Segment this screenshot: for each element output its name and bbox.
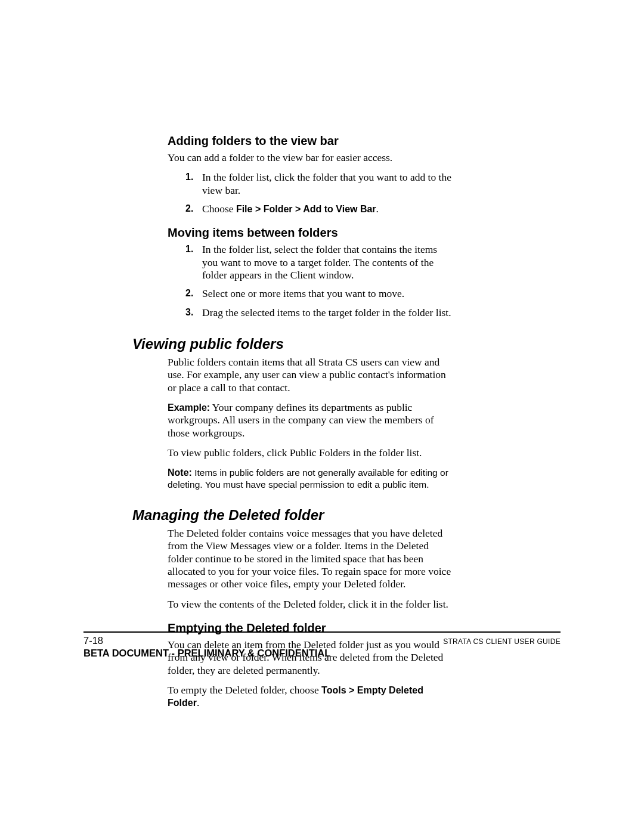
list-item: 1. In the folder list, select the folder… <box>168 243 453 281</box>
viewing-example: Example: Your company defines its depart… <box>168 401 453 439</box>
footer-row: 7-18 STRATA CS CLIENT USER GUIDE <box>83 635 561 646</box>
step-number: 1. <box>185 243 193 255</box>
list-item: 1. In the folder list, click the folder … <box>168 171 453 197</box>
adding-intro: You can add a folder to the view bar for… <box>168 151 453 164</box>
emptying-p2-prefix: To empty the Deleted folder, choose <box>168 684 321 696</box>
note-text: Items in public folders are not generall… <box>168 467 448 490</box>
page-number: 7-18 <box>83 635 103 646</box>
list-item: 2. Select one or more items that you wan… <box>168 287 453 300</box>
viewing-p3: To view public folders, click Public Fol… <box>168 447 453 459</box>
heading-viewing-public: Viewing public folders <box>132 336 453 352</box>
step-number: 3. <box>185 306 193 318</box>
menu-path: File > Folder > Add to View Bar <box>236 204 376 214</box>
step-text: Drag the selected items to the target fo… <box>202 306 451 318</box>
doc-title: STRATA CS CLIENT USER GUIDE <box>443 635 561 646</box>
viewing-p1: Public folders contain items that all St… <box>168 356 453 394</box>
adding-steps: 1. In the folder list, click the folder … <box>168 171 453 215</box>
emptying-p2: To empty the Deleted folder, choose Tool… <box>168 684 453 710</box>
list-item: 2. Choose File > Folder > Add to View Ba… <box>168 203 453 215</box>
step-number: 2. <box>185 203 193 215</box>
note-label: Note: <box>168 467 192 478</box>
emptying-p2-suffix: . <box>197 696 199 708</box>
step-text: In the folder list, click the folder tha… <box>202 171 451 196</box>
viewing-note: Note: Items in public folders are not ge… <box>168 467 453 490</box>
example-label: Example: <box>168 402 210 413</box>
moving-steps: 1. In the folder list, select the folder… <box>168 243 453 319</box>
managing-p2: To view the contents of the Deleted fold… <box>168 598 453 611</box>
page: Adding folders to the view bar You can a… <box>0 0 644 833</box>
list-item: 3. Drag the selected items to the target… <box>168 306 453 319</box>
heading-managing-deleted: Managing the Deleted folder <box>132 507 453 524</box>
heading-adding-folders: Adding folders to the view bar <box>168 134 453 148</box>
step-text: Select one or more items that you want t… <box>202 287 404 299</box>
confidential-label: BETA DOCUMENT - PRELIMINARY & CONFIDENTI… <box>83 648 561 659</box>
managing-p1: The Deleted folder contains voice messag… <box>168 527 453 591</box>
step-text-prefix: Choose <box>202 203 236 215</box>
content-column: Adding folders to the view bar You can a… <box>83 134 453 710</box>
heading-moving-items: Moving items between folders <box>168 226 453 240</box>
footer-rule <box>83 631 561 633</box>
page-footer: 7-18 STRATA CS CLIENT USER GUIDE BETA DO… <box>0 631 644 659</box>
step-text: In the folder list, select the folder th… <box>202 243 437 281</box>
step-number: 2. <box>185 287 193 299</box>
step-text-suffix: . <box>376 203 379 215</box>
step-number: 1. <box>185 171 193 183</box>
